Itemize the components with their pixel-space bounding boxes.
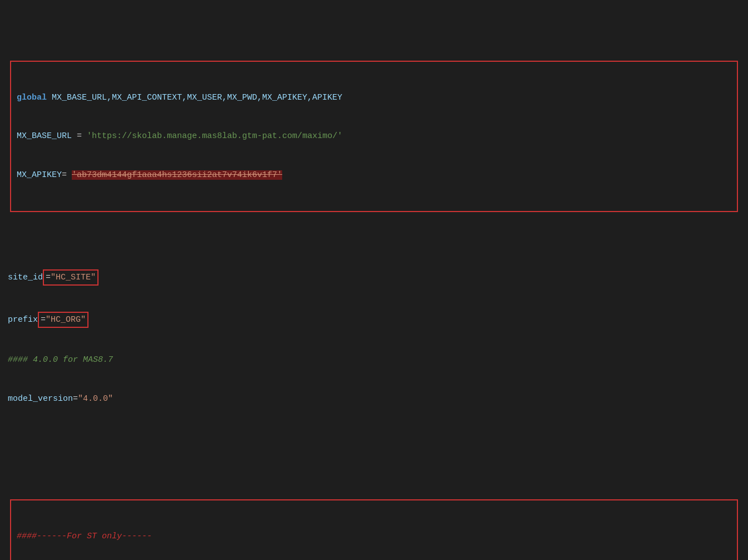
val-apikey-redacted: 'ab73dm4144gf1aaa4hs1236sii2at7v74ik6v1f… <box>72 170 282 180</box>
line-global: global MX_BASE_URL,MX_API_CONTEXT,MX_USE… <box>17 91 731 104</box>
val-base-url: 'https://skolab.manage.mas8lab.gtm-pat.c… <box>87 131 342 141</box>
line-comment-version: #### 4.0.0 for MAS8.7 <box>8 353 740 366</box>
line-base-url: MX_BASE_URL = 'https://skolab.manage.mas… <box>17 130 731 143</box>
var-prefix: prefix <box>8 315 38 325</box>
val-prefix: "HC_ORG" <box>46 315 86 325</box>
line-model-version: model_version="4.0.0" <box>8 392 740 405</box>
block3-box: ####------For ST only------ ASSET_CLASS … <box>10 499 738 560</box>
val-model-version: "4.0.0" <box>78 394 113 404</box>
line-comment-st: ####------For ST only------ <box>17 530 731 543</box>
var-list: MX_BASE_URL,MX_API_CONTEXT,MX_USER,MX_PW… <box>52 93 342 102</box>
block1-box: global MX_BASE_URL,MX_API_CONTEXT,MX_USE… <box>10 61 738 212</box>
equals2: = <box>62 170 72 180</box>
line-site-id: site_id="HC_SITE" <box>8 269 740 286</box>
var-base-url: MX_BASE_URL <box>17 131 72 141</box>
var-site-id: site_id <box>8 273 43 282</box>
site-id-highlight: ="HC_SITE" <box>43 269 99 286</box>
line-apikey: MX_APIKEY= 'ab73dm4144gf1aaa4hs1236sii2a… <box>17 169 731 181</box>
var-model-version: model_version <box>8 394 73 404</box>
code-editor: global MX_BASE_URL,MX_API_CONTEXT,MX_USE… <box>0 0 748 560</box>
var-apikey: MX_APIKEY <box>17 170 62 180</box>
comment-version: #### 4.0.0 for MAS8.7 <box>8 355 113 365</box>
equals: = <box>77 131 87 141</box>
val-site-id: "HC_SITE" <box>51 273 96 282</box>
line-prefix: prefix="HC_ORG" <box>8 312 740 328</box>
keyword-global: global <box>17 93 47 102</box>
prefix-highlight: ="HC_ORG" <box>38 312 88 328</box>
comment-st: ####------For ST only------ <box>17 532 152 541</box>
